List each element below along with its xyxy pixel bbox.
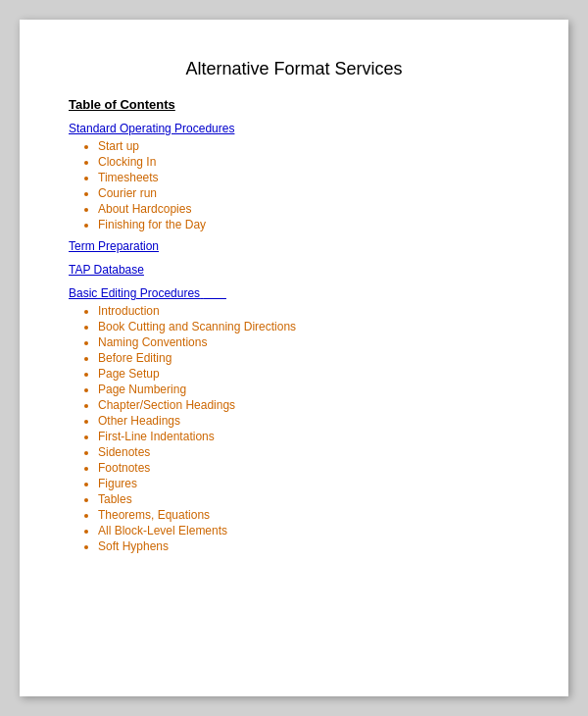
section-tap-database: TAP Database: [69, 263, 519, 277]
bullet-list-standard: Start up Clocking In Timesheets Courier …: [69, 139, 519, 231]
page-title: Alternative Format Services: [69, 59, 519, 79]
list-item: Tables: [98, 492, 519, 506]
section-link-standard[interactable]: Standard Operating Procedures: [69, 122, 519, 135]
list-item: Soft Hyphens: [98, 539, 519, 553]
list-item: Sidenotes: [98, 445, 519, 459]
section-term-preparation: Term Preparation: [69, 239, 519, 253]
list-item: Chapter/Section Headings: [98, 398, 519, 412]
list-item: Before Editing: [98, 351, 519, 365]
list-item: Courier run: [98, 186, 519, 200]
list-item: Timesheets: [98, 171, 519, 184]
list-item: Page Numbering: [98, 383, 519, 396]
document-page: Alternative Format Services Table of Con…: [20, 20, 568, 696]
list-item: Start up: [98, 139, 519, 153]
bullet-list-basic: Introduction Book Cutting and Scanning D…: [69, 304, 519, 553]
toc-heading: Table of Contents: [69, 97, 519, 112]
list-item: Introduction: [98, 304, 519, 318]
section-link-basic[interactable]: Basic Editing Procedures: [69, 286, 519, 300]
list-item: Clocking In: [98, 155, 519, 169]
list-item: Finishing for the Day: [98, 218, 519, 231]
list-item: Figures: [98, 477, 519, 490]
section-link-term[interactable]: Term Preparation: [69, 239, 519, 253]
list-item: About Hardcopies: [98, 202, 519, 216]
section-label-basic: Basic Editing Procedures: [69, 286, 200, 300]
list-item: All Block-Level Elements: [98, 524, 519, 537]
section-standard-operating: Standard Operating Procedures Start up C…: [69, 122, 519, 231]
underline-decoration: [203, 286, 225, 300]
list-item: Book Cutting and Scanning Directions: [98, 320, 519, 333]
list-item: Other Headings: [98, 414, 519, 428]
list-item: Naming Conventions: [98, 335, 519, 349]
list-item: Theorems, Equations: [98, 508, 519, 522]
section-link-tap[interactable]: TAP Database: [69, 263, 519, 277]
list-item: First-Line Indentations: [98, 430, 519, 443]
list-item: Page Setup: [98, 367, 519, 381]
list-item: Footnotes: [98, 461, 519, 475]
section-basic-editing: Basic Editing Procedures Introduction Bo…: [69, 286, 519, 553]
